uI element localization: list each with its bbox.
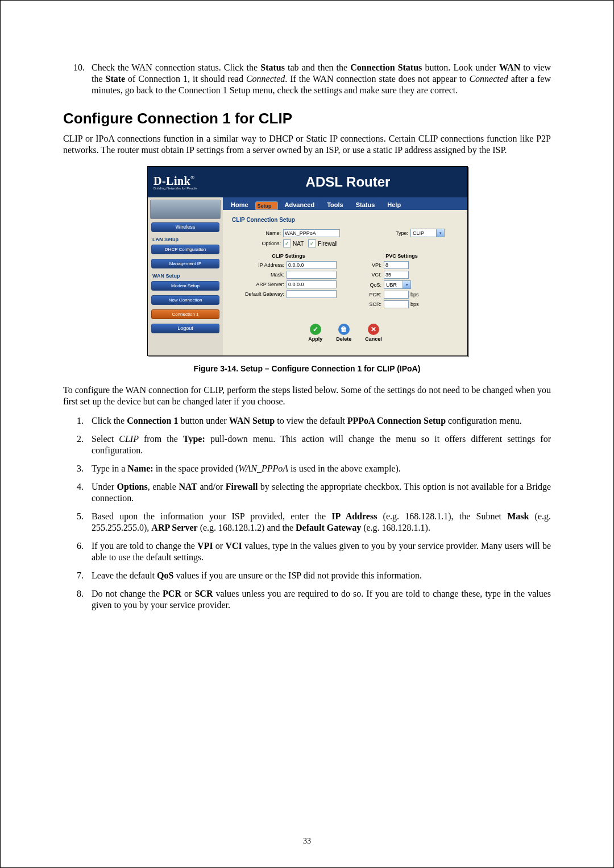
firewall-label: Firewall	[318, 241, 337, 247]
italic-connected: Connected	[246, 74, 285, 84]
italic-connected2: Connected	[469, 74, 508, 84]
name-row: Name: Type: CLIP ▾	[232, 229, 458, 237]
banner-title: ADSL Router	[229, 174, 467, 190]
bold-status: Status	[260, 63, 285, 72]
b: VPI	[197, 541, 213, 551]
b: Type:	[183, 434, 205, 444]
b: NAT	[179, 482, 197, 491]
t: Click the	[92, 416, 127, 425]
ui-body: Wireless LAN Setup DHCP Configuration Ma…	[148, 197, 467, 356]
t: , enable	[148, 482, 179, 491]
tab-tools[interactable]: Tools	[321, 200, 349, 210]
sidebar-item-dhcp[interactable]: DHCP Configuration	[151, 245, 219, 254]
b: PCR	[163, 589, 181, 598]
panel-title: CLIP Connection Setup	[232, 217, 458, 223]
logo-tagline: Building Networks for People	[154, 187, 229, 190]
gw-label: Default Gateway:	[232, 291, 287, 297]
tab-advanced[interactable]: Advanced	[279, 200, 321, 210]
b: VCI	[225, 541, 242, 551]
t: or	[213, 541, 226, 551]
b: SCR	[194, 589, 213, 598]
mask-label: Mask:	[232, 272, 287, 278]
firewall-checkbox[interactable]: ✓	[308, 239, 316, 247]
sidebar-item-logout[interactable]: Logout	[151, 324, 219, 333]
b: Name:	[127, 464, 153, 473]
tab-setup[interactable]: Setup	[255, 201, 278, 210]
type-label: Type:	[340, 230, 410, 236]
scr-label: SCR:	[345, 301, 384, 307]
step-2: Select CLIP from the Type: pull-down men…	[63, 433, 551, 456]
sidebar-item-wireless[interactable]: Wireless	[151, 222, 219, 232]
check-icon: ✓	[310, 324, 321, 335]
t: button. Look under	[422, 63, 499, 72]
cancel-label: Cancel	[365, 336, 382, 342]
close-icon: ✕	[368, 324, 379, 335]
t: in the space provided (	[154, 464, 239, 473]
name-label: Name:	[232, 230, 283, 236]
step-3: Type in a Name: in the space provided (W…	[63, 463, 551, 474]
sidebar-heading-wan: WAN Setup	[152, 273, 219, 279]
t: Select	[92, 434, 119, 444]
options-label: Options:	[232, 241, 283, 246]
step-1: Click the Connection 1 button under WAN …	[63, 415, 551, 427]
qos-label: QoS:	[345, 282, 384, 288]
sidebar-item-modem[interactable]: Modem Setup	[151, 281, 219, 291]
delete-button[interactable]: 🗑 Delete	[336, 324, 351, 342]
type-select[interactable]: CLIP ▾	[410, 229, 445, 237]
qos-value: UBR	[386, 282, 397, 288]
ip-label: IP Address:	[232, 262, 287, 268]
options-row: Options: ✓NAT ✓Firewall	[232, 239, 458, 247]
apply-button[interactable]: ✓ Apply	[308, 324, 322, 342]
type-value: CLIP	[413, 230, 424, 236]
tab-home[interactable]: Home	[225, 200, 254, 210]
ip-input[interactable]	[287, 261, 337, 269]
settings-columns: CLIP Settings IP Address: Mask: ARP Serv…	[232, 253, 458, 310]
vci-input[interactable]	[384, 271, 409, 279]
gw-input[interactable]	[287, 290, 337, 298]
bold-wan: WAN	[499, 63, 520, 72]
logo-text: D-Link®	[154, 175, 229, 188]
screenshot-figure: D-Link® Building Networks for People ADS…	[147, 166, 467, 356]
mask-input[interactable]	[287, 271, 337, 279]
cancel-button[interactable]: ✕ Cancel	[365, 324, 382, 342]
chevron-down-icon: ▾	[403, 281, 410, 288]
pcr-unit: bps	[409, 292, 419, 297]
step-8: Do not change the PCR or SCR values unle…	[63, 588, 551, 611]
t: Leave the default	[92, 571, 157, 580]
trash-icon: 🗑	[338, 324, 350, 335]
vci-label: VCI:	[345, 272, 384, 278]
steps-list: Click the Connection 1 button under WAN …	[63, 415, 551, 611]
scr-unit: bps	[409, 301, 419, 307]
name-input[interactable]	[283, 229, 340, 237]
t: to view the default	[275, 416, 347, 425]
clip-settings-col: CLIP Settings IP Address: Mask: ARP Serv…	[232, 253, 345, 310]
t: Under	[92, 482, 117, 491]
t: of Connection 1, it should read	[125, 74, 246, 84]
arp-input[interactable]	[287, 280, 337, 288]
scr-input[interactable]	[384, 300, 409, 308]
sidebar-item-newconn[interactable]: New Connection	[151, 295, 219, 305]
sidebar-item-connection1[interactable]: Connection 1	[151, 309, 219, 319]
clip-settings-title: CLIP Settings	[232, 253, 345, 259]
i: CLIP	[119, 434, 139, 444]
bold-connstatus: Connection Status	[350, 63, 422, 72]
step-5: Based upon the information your ISP prov…	[63, 511, 551, 534]
action-row: ✓ Apply 🗑 Delete ✕ Cancel	[232, 324, 458, 342]
t: button under	[178, 416, 229, 425]
sidebar-item-mgmtip[interactable]: Management IP	[151, 259, 219, 268]
step-10: Check the WAN connection status. Click t…	[63, 62, 551, 96]
b: Connection 1	[127, 416, 178, 425]
tab-help[interactable]: Help	[381, 200, 406, 210]
tab-status[interactable]: Status	[350, 200, 381, 210]
tab-bar: Home Setup Advanced Tools Status Help	[223, 197, 467, 210]
t: and/or	[197, 482, 226, 491]
b: Options	[117, 482, 147, 491]
lead-paragraph: To configure the WAN connection for CLIP…	[63, 385, 551, 407]
nat-checkbox[interactable]: ✓	[283, 239, 291, 247]
vpi-input[interactable]	[384, 261, 409, 269]
b: ARP Server	[151, 523, 197, 532]
t: (e.g. 168.128.1.1), the Subnet	[377, 511, 507, 521]
t: configuration menu.	[446, 416, 522, 425]
qos-select[interactable]: UBR ▾	[384, 280, 411, 289]
pcr-input[interactable]	[384, 291, 409, 299]
